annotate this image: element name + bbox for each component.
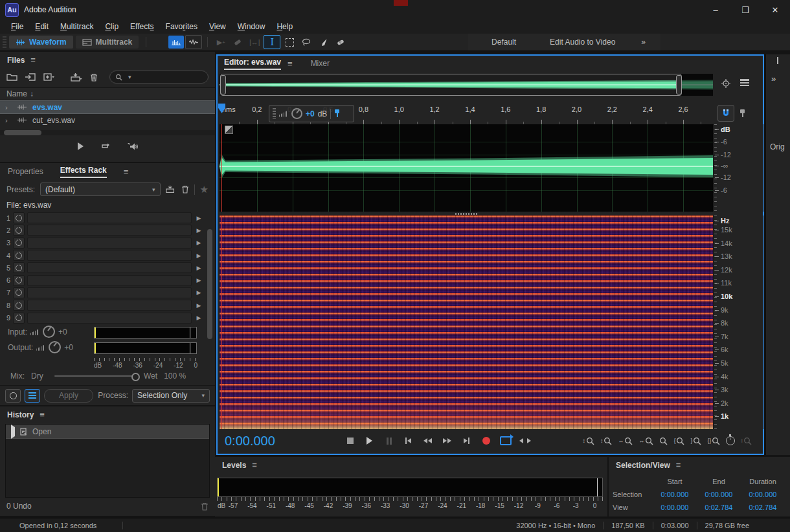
- slot-arrow-icon[interactable]: ▶: [194, 265, 203, 271]
- history-panel-menu-icon[interactable]: ≡: [40, 410, 45, 419]
- slot-arrow-icon[interactable]: ▶: [194, 302, 203, 309]
- favorite-star-icon[interactable]: ★: [200, 184, 209, 195]
- zoom-out-amplitude-button[interactable]: ↕: [600, 437, 613, 445]
- selection-view-menu-icon[interactable]: ≡: [676, 460, 681, 470]
- effect-slot-9[interactable]: 9▶: [0, 311, 203, 324]
- overview-navigator[interactable]: [220, 74, 713, 96]
- volume-hud[interactable]: +0 dB: [269, 105, 354, 122]
- overview-range-selector[interactable]: [220, 74, 682, 96]
- open-file-icon[interactable]: [6, 73, 17, 81]
- slot-well[interactable]: [27, 275, 192, 286]
- files-horizontal-scrollbar[interactable]: [0, 130, 215, 135]
- slot-well[interactable]: [27, 238, 192, 249]
- import-file-icon[interactable]: [25, 73, 36, 81]
- tab-properties[interactable]: Properties: [8, 167, 43, 176]
- loop-button[interactable]: [497, 433, 514, 449]
- maximize-button[interactable]: ❒: [730, 0, 760, 19]
- tab-mixer[interactable]: Mixer: [311, 59, 330, 68]
- view-start-value[interactable]: 0:00.000: [653, 504, 697, 511]
- move-playhead-button[interactable]: [516, 433, 534, 449]
- effect-slot-3[interactable]: 3▶: [0, 237, 203, 249]
- slot-well[interactable]: [27, 300, 192, 311]
- slot-power-button[interactable]: [13, 250, 25, 261]
- tab-effects-rack[interactable]: Effects Rack: [60, 166, 107, 178]
- slot-arrow-icon[interactable]: ▶: [194, 277, 203, 283]
- slot-power-button[interactable]: [13, 225, 25, 236]
- menu-effects[interactable]: Effects: [124, 21, 159, 32]
- menu-window[interactable]: Window: [232, 21, 271, 32]
- input-gain-knob[interactable]: [43, 326, 55, 338]
- spot-healing-brush-tool[interactable]: [332, 36, 348, 49]
- selection-start-value[interactable]: 0:00.000: [653, 491, 697, 498]
- slot-well[interactable]: [27, 287, 192, 298]
- play-button[interactable]: [361, 433, 378, 449]
- razor-tool[interactable]: [230, 36, 245, 49]
- hud-gain-knob[interactable]: [291, 108, 302, 119]
- auto-play-speaker-icon[interactable]: [127, 142, 138, 151]
- waveform-view[interactable]: [220, 124, 713, 212]
- stop-button[interactable]: [341, 433, 359, 449]
- tab-editor[interactable]: Editor: evs.wav: [224, 58, 281, 70]
- slot-arrow-icon[interactable]: ▶: [194, 289, 203, 296]
- spectral-display-button[interactable]: [168, 36, 184, 49]
- menu-view[interactable]: View: [203, 21, 232, 32]
- record-button[interactable]: [477, 433, 495, 449]
- delete-preset-trash-icon[interactable]: [181, 185, 189, 194]
- slot-power-button[interactable]: [13, 287, 25, 298]
- zoom-to-selection-button[interactable]: {}: [707, 437, 720, 445]
- time-display[interactable]: 0:00.000: [225, 434, 341, 449]
- zoom-to-out-point-button[interactable]: }: [690, 437, 701, 445]
- menu-edit[interactable]: Edit: [29, 21, 54, 32]
- waveform-display-button[interactable]: [185, 35, 202, 49]
- pause-button[interactable]: [380, 433, 398, 449]
- apply-button[interactable]: Apply: [44, 389, 93, 403]
- zoom-out-time-button[interactable]: ↔: [638, 437, 653, 445]
- rack-power-button[interactable]: [5, 389, 21, 403]
- menu-help[interactable]: Help: [271, 21, 299, 32]
- view-duration-value[interactable]: 0:02.784: [741, 504, 785, 511]
- zoom-full-icon[interactable]: [721, 79, 731, 89]
- files-panel-menu-icon[interactable]: ≡: [30, 55, 36, 65]
- dock-grip[interactable]: [777, 57, 778, 64]
- insert-into-multitrack-icon[interactable]: [71, 73, 82, 82]
- rewind-button[interactable]: [419, 433, 436, 449]
- menu-file[interactable]: File: [5, 21, 29, 32]
- selection-end-value[interactable]: 0:00.000: [697, 491, 741, 498]
- dock-collapsed-label[interactable]: Orig: [770, 142, 789, 151]
- workspace-default[interactable]: Default: [475, 38, 533, 47]
- marker-pin-icon[interactable]: [739, 109, 745, 118]
- effects-scrollbar[interactable]: [207, 229, 212, 339]
- expand-chevron-icon[interactable]: ›: [5, 116, 12, 124]
- move-tool[interactable]: ▶+: [213, 36, 229, 49]
- selection-duration-value[interactable]: 0:00.000: [741, 491, 785, 498]
- expand-chevron-icon[interactable]: ›: [5, 104, 12, 111]
- time-selection-tool[interactable]: I: [264, 35, 280, 49]
- workspace-overflow-button[interactable]: »: [632, 38, 654, 47]
- clear-history-trash-icon[interactable]: [201, 502, 209, 511]
- search-options-arrow[interactable]: ▾: [128, 74, 131, 80]
- preset-dropdown[interactable]: (Default) ▾: [40, 183, 161, 196]
- slot-arrow-icon[interactable]: ▶: [194, 215, 203, 221]
- stopwatch-button[interactable]: [726, 436, 735, 445]
- slip-tool[interactable]: |↔|: [247, 36, 262, 49]
- output-gain-knob[interactable]: [49, 341, 61, 353]
- range-handle-left[interactable]: [220, 75, 226, 94]
- levels-panel-menu-icon[interactable]: ≡: [252, 460, 257, 470]
- menu-multitrack[interactable]: Multitrack: [54, 21, 99, 32]
- slot-well[interactable]: [27, 250, 192, 261]
- marquee-selection-tool[interactable]: [282, 36, 297, 49]
- trash-icon[interactable]: [90, 73, 98, 82]
- slot-arrow-icon[interactable]: ▶: [194, 252, 203, 259]
- levels-meter[interactable]: [217, 478, 603, 497]
- mix-slider-knob[interactable]: [131, 373, 140, 381]
- minimize-button[interactable]: –: [701, 0, 730, 19]
- files-column-header[interactable]: Name ↓: [0, 87, 215, 100]
- view-end-value[interactable]: 0:02.784: [697, 504, 741, 511]
- preview-play-button[interactable]: [78, 142, 84, 150]
- slot-power-button[interactable]: [13, 238, 25, 249]
- slot-power-button[interactable]: [13, 275, 25, 286]
- slot-power-button[interactable]: [13, 313, 25, 324]
- effect-slot-4[interactable]: 4▶: [0, 249, 203, 261]
- file-row-cut_evs.wav[interactable]: ›cut_evs.wav: [0, 114, 215, 126]
- slot-power-button[interactable]: [13, 300, 25, 311]
